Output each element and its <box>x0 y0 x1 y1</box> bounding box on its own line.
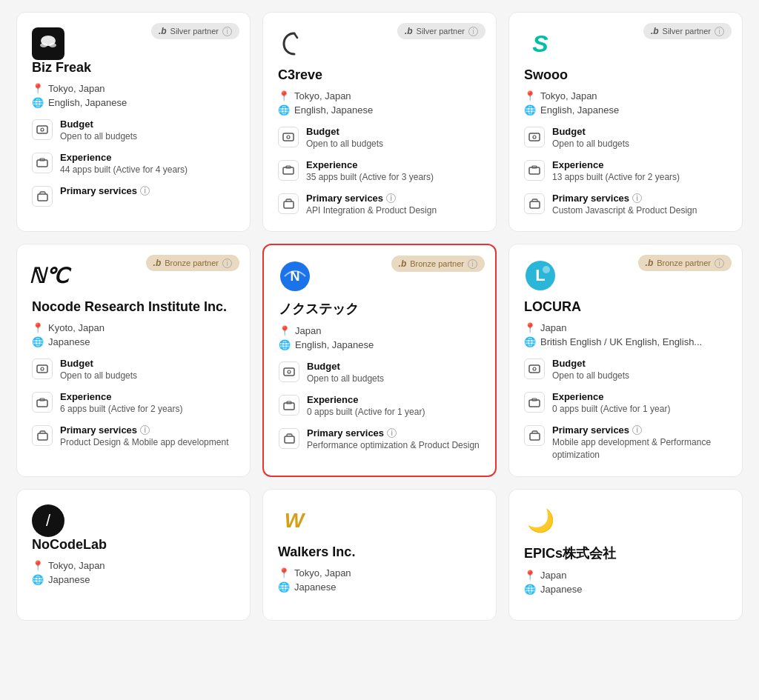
company-name: ノクステック <box>279 300 480 318</box>
services-label: Primary services i <box>306 193 437 204</box>
swooo-logo: S <box>524 27 557 60</box>
info-icon[interactable]: i <box>715 27 724 36</box>
experience-value: 35 apps built (Active for 3 years) <box>306 171 434 184</box>
experience-label: Experience <box>307 394 425 405</box>
services-value: Mobile app development & Performance opt… <box>552 436 727 461</box>
card-swooo[interactable]: .b Silver partner i S Swooo 📍 Tokyo, Jap… <box>508 12 743 232</box>
card-c3reve[interactable]: .b Silver partner i C3reve 📍 Tokyo, Japa… <box>262 12 497 232</box>
location-value: Japan <box>295 325 321 336</box>
info-icon[interactable]: i <box>468 27 478 36</box>
location-row: 📍 Tokyo, Japan <box>32 560 235 571</box>
location-row: 📍 Kyoto, Japan <box>32 322 235 333</box>
experience-label: Experience <box>306 159 434 170</box>
services-text: Primary services i Custom Javascript & P… <box>552 193 697 217</box>
services-text: Primary services i Performance optimizat… <box>307 427 480 452</box>
location-row: 📍 Tokyo, Japan <box>524 90 727 101</box>
experience-text: Experience 0 apps built (Active for 1 ye… <box>552 391 670 416</box>
info-icon[interactable]: i <box>468 259 477 269</box>
services-value: Performance optimization & Product Desig… <box>307 439 480 452</box>
budget-text: Budget Open to all budgets <box>552 358 629 382</box>
budget-icon <box>279 361 299 382</box>
svg-point-9 <box>287 136 290 139</box>
experience-label: Experience <box>552 391 670 402</box>
services-text: Primary services i Product Design & Mobi… <box>60 424 228 449</box>
partner-badge: .b Bronze partner i <box>638 255 732 271</box>
services-info-icon[interactable]: i <box>632 193 642 203</box>
budget-label: Budget <box>60 119 137 130</box>
language-value: Japanese <box>540 584 582 595</box>
services-info-icon[interactable]: i <box>632 425 642 435</box>
experience-icon <box>278 160 299 181</box>
partner-label: Silver partner <box>663 27 711 36</box>
experience-item: Experience 35 apps built (Active for 3 y… <box>278 159 481 184</box>
svg-point-19 <box>41 367 44 370</box>
experience-icon <box>524 392 545 413</box>
language-icon: 🌐 <box>279 339 291 350</box>
experience-text: Experience 0 apps built (Active for 1 ye… <box>307 394 425 419</box>
svg-point-26 <box>288 370 291 373</box>
svg-rect-12 <box>284 201 294 208</box>
info-icon[interactable]: i <box>222 259 232 268</box>
experience-item: Experience 44 apps built (Active for 4 y… <box>32 152 235 176</box>
services-icon <box>524 193 545 214</box>
bubble-icon: .b <box>159 26 167 36</box>
experience-item: Experience 13 apps built (Active for 2 y… <box>524 159 727 184</box>
card-nocode-research[interactable]: .b Bronze partner i ℕ℃ Nocode Research I… <box>16 244 251 476</box>
experience-text: Experience 13 apps built (Active for 2 y… <box>552 159 680 184</box>
company-name: LOCURA <box>524 299 727 315</box>
location-icon: 📍 <box>279 325 291 336</box>
services-info-icon[interactable]: i <box>386 193 396 203</box>
partner-label: Bronze partner <box>410 259 464 268</box>
budget-label: Budget <box>306 126 383 137</box>
budget-icon <box>524 127 545 147</box>
budget-value: Open to all budgets <box>60 370 137 382</box>
services-icon <box>279 428 299 449</box>
budget-icon <box>278 127 299 147</box>
services-label: Primary services i <box>307 427 480 439</box>
card-nokustech[interactable]: .b Bronze partner i N ノクステック 📍 Japan 🌐 E… <box>262 244 497 476</box>
services-label: Primary services i <box>60 185 150 196</box>
budget-item: Budget Open to all budgets <box>279 361 480 385</box>
budget-item: Budget Open to all budgets <box>32 358 235 382</box>
budget-text: Budget Open to all budgets <box>552 126 629 150</box>
location-icon: 📍 <box>32 322 44 333</box>
card-locura[interactable]: .b Bronze partner i L LOCURA 📍 Japan 🌐 B… <box>508 244 743 476</box>
card-epics[interactable]: 🌙 EPICs株式会社 📍 Japan 🌐 Japanese <box>508 489 743 621</box>
services-info-icon[interactable]: i <box>387 428 397 438</box>
card-bizfreak[interactable]: .b Silver partner i Biz Freak 📍 Tokyo, J… <box>16 12 251 232</box>
company-name: Biz Freak <box>32 60 235 76</box>
nocodelab-logo: / <box>32 504 64 537</box>
card-nocodelab[interactable]: / NoCodeLab 📍 Tokyo, Japan 🌐 Japanese <box>16 489 251 621</box>
info-icon[interactable]: i <box>222 27 232 36</box>
epics-logo: 🌙 <box>524 504 557 537</box>
location-icon: 📍 <box>278 90 290 101</box>
location-value: Tokyo, Japan <box>48 560 105 571</box>
partner-badge: .b Silver partner i <box>151 23 239 39</box>
experience-value: 6 apps built (Active for 2 years) <box>60 403 182 416</box>
info-icon[interactable]: i <box>715 259 724 268</box>
language-icon: 🌐 <box>32 574 44 585</box>
nokustech-logo: N <box>279 260 311 293</box>
svg-rect-3 <box>37 126 47 133</box>
services-icon <box>278 193 299 214</box>
primary-services-item: Primary services i <box>32 185 235 207</box>
experience-label: Experience <box>60 391 182 402</box>
language-row: 🌐 Japanese <box>524 584 727 595</box>
services-label: Primary services i <box>552 193 697 204</box>
services-info-icon[interactable]: i <box>140 425 150 435</box>
card-walkers[interactable]: W Walkers Inc. 📍 Tokyo, Japan 🌐 Japanese <box>262 489 497 621</box>
budget-value: Open to all budgets <box>552 138 629 150</box>
budget-label: Budget <box>60 358 137 369</box>
company-name: Nocode Research Institute Inc. <box>32 299 235 315</box>
language-value: Japanese <box>294 581 336 593</box>
services-icon <box>524 425 545 446</box>
partner-badge: .b Bronze partner i <box>146 255 239 271</box>
partner-badge: .b Bronze partner i <box>391 256 485 272</box>
svg-rect-7 <box>38 194 47 201</box>
walkers-logo: W <box>278 504 311 537</box>
services-text: Primary services i Mobile app developmen… <box>552 424 727 461</box>
services-info-icon[interactable]: i <box>140 186 150 196</box>
location-value: Kyoto, Japan <box>48 322 105 333</box>
budget-value: Open to all budgets <box>307 373 384 385</box>
budget-value: Open to all budgets <box>306 138 383 150</box>
